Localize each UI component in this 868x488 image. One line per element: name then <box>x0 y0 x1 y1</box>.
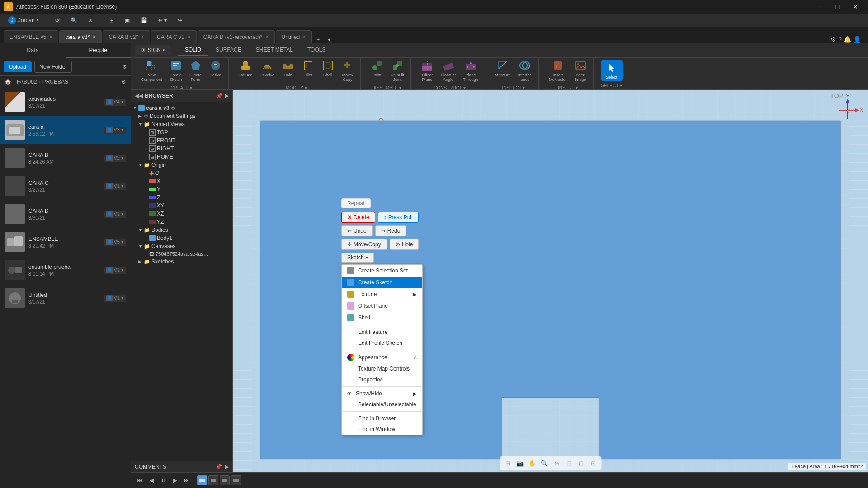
close-button[interactable]: ✕ <box>846 0 864 14</box>
close-tab-untitled[interactable]: ✕ <box>302 34 306 39</box>
file-version-ensamble[interactable]: 👤V5 ▾ <box>104 239 126 246</box>
settings-btn[interactable]: ⚙ <box>830 36 836 43</box>
close-tab-cara-c[interactable]: ✕ <box>187 34 191 39</box>
tab-dropdown-button[interactable]: ▾ <box>324 37 334 43</box>
tool-fillet[interactable]: Fillet <box>299 57 317 84</box>
tab-solid[interactable]: SOLID <box>178 45 208 56</box>
tl-btn-pause[interactable]: ⏸ <box>158 475 168 485</box>
notification-btn[interactable]: 🔔 <box>844 36 851 43</box>
vp-tool-grid[interactable]: ⊡ <box>588 458 599 469</box>
tl-btn-end[interactable]: ⏭ <box>182 475 192 485</box>
menu-item-offset-plane[interactable]: Offset Plane <box>342 300 422 312</box>
tree-doc-settings[interactable]: ▶ ⚙ Document Settings <box>131 112 232 120</box>
tree-body1[interactable]: Body1 <box>131 234 232 242</box>
menu-item-find-browser[interactable]: Find in Browser <box>342 413 422 424</box>
save-button[interactable]: 💾 <box>136 15 152 25</box>
minimize-button[interactable]: − <box>810 0 828 14</box>
help-btn[interactable]: ? <box>838 36 842 43</box>
vp-tool-effects[interactable]: ⊡ <box>576 458 586 469</box>
account-btn[interactable]: 👤 <box>853 36 861 43</box>
tl-btn-play[interactable]: ▶ <box>170 475 180 485</box>
add-tab-button[interactable]: + <box>313 37 323 43</box>
tool-revolve[interactable]: Revolve <box>257 57 278 84</box>
close-tab-ensamble[interactable]: ✕ <box>49 34 52 39</box>
vp-tool-display-mode[interactable]: ⊡ <box>563 458 574 469</box>
file-item-cara-c[interactable]: CARA C 3/27/21 👤V1 ▾ <box>0 172 131 200</box>
undo-ctx-button[interactable]: ↩ Undo <box>341 225 373 236</box>
tree-view-home[interactable]: ⊞ HOME <box>131 153 232 161</box>
new-folder-button[interactable]: New Folder <box>34 61 72 73</box>
tree-view-front[interactable]: ⊞ FRONT <box>131 136 232 145</box>
comments-pin-icon[interactable]: 📌 <box>215 464 222 470</box>
tool-derive[interactable]: ⊟ Derive <box>207 57 225 84</box>
tree-bodies[interactable]: ▼ 📁 Bodies <box>131 226 232 234</box>
tree-origin-x[interactable]: X <box>131 177 232 185</box>
viewport[interactable]: TOP Y X TOP <box>233 90 868 472</box>
tree-view-right[interactable]: ⊞ RIGHT <box>131 145 232 153</box>
menu-item-extrude[interactable]: Extrude ▶ <box>342 288 422 300</box>
tool-insert-image[interactable]: InsertImage <box>571 57 590 84</box>
tab-ensamble[interactable]: ENSAMBLE v5 ✕ <box>4 30 58 43</box>
tree-origin-xy[interactable]: XY <box>131 202 232 210</box>
tool-interference[interactable]: Interfer-ence <box>515 57 535 84</box>
grid-menu-button[interactable]: ⊞ <box>105 15 118 25</box>
tab-untitled[interactable]: Untitled ✕ <box>276 30 312 43</box>
menu-item-create-selection-set[interactable]: Create Selection Set <box>342 265 422 277</box>
design-mode-button[interactable]: DESIGN ▾ <box>135 45 170 55</box>
tl-item-3[interactable] <box>220 475 230 485</box>
sketch-dropdown-button[interactable]: Sketch ▾ <box>341 253 374 263</box>
press-pull-button[interactable]: ↕ Press Pull <box>378 212 419 223</box>
tool-select[interactable]: Select <box>601 60 623 81</box>
layout-button[interactable]: ▣ <box>120 15 134 25</box>
tool-as-built-joint[interactable]: As-builtJoint <box>388 57 407 84</box>
file-version-cara-c[interactable]: 👤V1 ▾ <box>104 183 126 190</box>
file-item-cara-a[interactable]: cara a 2:56:02 PM 👤V3 ▾ <box>0 116 131 144</box>
close-tab-cara-a[interactable]: ✕ <box>92 34 96 39</box>
vp-tool-fit[interactable]: ⊕ <box>551 458 562 469</box>
menu-item-selectable[interactable]: Selectable/Unselectable <box>342 399 422 410</box>
tree-sketches[interactable]: ▶ 📁 Sketches <box>131 258 232 266</box>
comments-expand-icon[interactable]: ▶ <box>225 464 229 470</box>
collapse-browser-icon[interactable]: ◀◀ <box>135 93 143 99</box>
tree-view-top[interactable]: ⊞ TOP <box>131 128 232 136</box>
tree-root[interactable]: ▼ cara a v3 ⚙ <box>131 104 232 112</box>
file-item-ensamble[interactable]: ENSAMBLE 3:21:42 PM 👤V5 ▾ <box>0 228 131 256</box>
menu-item-edit-feature[interactable]: Edit Feature <box>342 327 422 338</box>
user-menu[interactable]: J Jordan ▾ <box>4 14 43 26</box>
file-item-untitled[interactable]: Untitled 3/17/21 👤V1 ▾ <box>0 284 131 312</box>
menu-item-shell[interactable]: Shell <box>342 312 422 324</box>
move-copy-button[interactable]: ✛ Move/Copy <box>341 239 387 250</box>
menu-item-appearance[interactable]: Appearance A <box>342 352 422 363</box>
tool-measure[interactable]: Measure <box>492 57 514 84</box>
tree-origin-yz[interactable]: YZ <box>131 218 232 226</box>
upload-button[interactable]: Upload <box>4 61 32 72</box>
file-item-ensamble-prueba[interactable]: ensamble prueba 8:01:14 PM 👤V1 ▾ <box>0 256 131 284</box>
tab-cara-a[interactable]: cara a v3* ✕ <box>59 30 102 43</box>
menu-item-edit-profile-sketch[interactable]: Edit Profile Sketch <box>342 338 422 348</box>
tab-tools[interactable]: TOOLS <box>300 45 333 56</box>
tl-item-1[interactable] <box>197 475 207 485</box>
file-item-actividades[interactable]: actividades 3/17/21 👤V4 ▾ <box>0 88 131 116</box>
tab-surface[interactable]: SURFACE <box>208 45 249 56</box>
file-version-cara-b[interactable]: 👤V2 ▾ <box>104 155 126 162</box>
close-tab-cara-d[interactable]: ✕ <box>265 34 269 39</box>
maximize-button[interactable]: □ <box>828 0 846 14</box>
vp-tool-pan[interactable]: ✋ <box>527 458 538 469</box>
tool-new-component[interactable]: + NewComponent <box>138 57 165 84</box>
redo-menu-button[interactable]: ↪ <box>173 15 187 25</box>
breadcrumb-pruebas[interactable]: PRUEBAS <box>42 79 68 85</box>
menu-item-create-sketch[interactable]: Create Sketch <box>342 277 422 288</box>
tool-create-sketch[interactable]: CreateSketch <box>167 57 185 84</box>
file-version-cara-a[interactable]: 👤V3 ▾ <box>104 127 126 134</box>
breadcrumb-settings[interactable]: ⚙ <box>121 79 126 85</box>
tl-item-2[interactable] <box>208 475 218 485</box>
file-version-actividades[interactable]: 👤V4 ▾ <box>104 99 126 106</box>
menu-item-show-hide[interactable]: 👁 Show/Hide ▶ <box>342 388 422 399</box>
tree-named-views[interactable]: ▼ 📁 Named Views <box>131 120 232 128</box>
menu-item-find-window[interactable]: Find in Window <box>342 424 422 435</box>
home-icon[interactable]: 🏠 <box>5 79 11 85</box>
tl-item-4[interactable] <box>231 475 241 485</box>
undo-menu-button[interactable]: ↩ ▾ <box>154 15 171 25</box>
file-item-cara-b[interactable]: CARA B 8:24:26 AM 👤V2 ▾ <box>0 144 131 172</box>
tab-cara-d[interactable]: CARA D (v1-recovered)* ✕ <box>198 30 275 43</box>
